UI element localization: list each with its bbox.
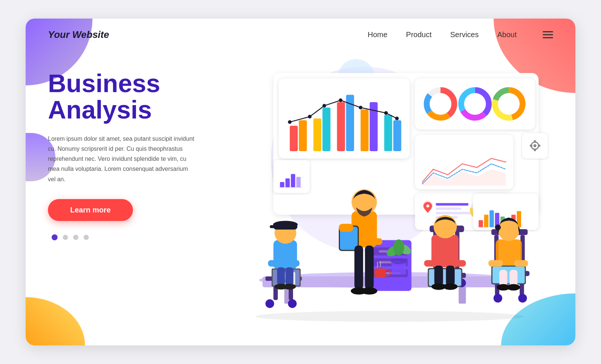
svg-point-15 [322,104,326,108]
svg-point-52 [426,205,429,208]
svg-rect-150 [514,260,528,267]
svg-rect-55 [436,212,476,214]
svg-rect-68 [490,210,494,227]
svg-rect-115 [339,224,353,232]
header: Your Website Home Product Services About [26,19,575,48]
svg-rect-44 [280,182,285,188]
dot-1[interactable] [52,234,58,240]
svg-point-121 [361,287,377,295]
svg-point-38 [533,144,536,147]
learn-more-button[interactable]: Learn more [48,199,133,221]
svg-rect-7 [337,102,345,151]
hero-title-line2: Analysis [48,95,152,124]
hero-title: Business Analysis [48,70,226,123]
svg-rect-4 [299,120,307,151]
svg-rect-6 [322,108,331,151]
svg-point-13 [288,120,292,124]
pagination-dots [48,234,226,240]
svg-point-14 [308,115,312,118]
svg-rect-99 [285,260,299,267]
hamburger-menu[interactable] [543,31,553,38]
page-wrapper: Your Website Home Product Services About… [26,19,575,345]
svg-rect-149 [488,260,503,267]
svg-rect-130 [451,260,466,267]
svg-rect-54 [436,207,461,210]
svg-rect-98 [268,260,282,267]
svg-rect-135 [446,266,455,286]
svg-rect-134 [434,266,443,286]
svg-rect-67 [484,215,488,227]
svg-rect-154 [510,270,518,286]
svg-rect-108 [277,267,285,286]
svg-rect-3 [290,126,298,151]
svg-rect-5 [314,118,322,151]
nav-about[interactable]: About [497,30,517,39]
svg-point-95 [266,299,274,308]
svg-rect-148 [493,267,525,283]
svg-rect-119 [365,246,374,289]
svg-rect-116 [370,238,382,245]
svg-rect-132 [429,269,461,286]
svg-rect-91 [374,269,386,277]
main-content: Business Analysis Lorem ipsum dolor sit … [26,48,575,341]
svg-rect-42 [538,144,540,147]
hero-title-line1: Business [48,69,160,97]
svg-point-35 [501,96,517,112]
svg-rect-46 [291,174,295,187]
svg-point-111 [283,284,296,290]
right-section [226,55,553,341]
svg-point-25 [432,96,448,112]
svg-point-152 [495,224,501,230]
svg-point-30 [467,96,483,112]
dot-4[interactable] [84,235,89,240]
svg-rect-11 [384,115,392,151]
svg-rect-109 [285,267,293,286]
svg-point-156 [507,284,520,291]
nav-services[interactable]: Services [450,30,479,39]
svg-rect-9 [361,109,369,151]
svg-rect-40 [534,149,536,151]
svg-point-18 [384,111,388,115]
hamburger-line-2 [543,34,553,35]
svg-rect-118 [354,246,363,289]
svg-rect-41 [530,144,532,147]
svg-rect-78 [459,286,466,304]
svg-point-17 [359,106,363,110]
hero-description: Lorem ipsum dolor sit amet, sea putant s… [48,134,196,184]
svg-rect-153 [499,270,507,286]
hamburger-line-1 [543,31,553,32]
svg-rect-47 [296,177,301,187]
nav-product[interactable]: Product [406,30,432,39]
svg-point-87 [391,258,407,264]
svg-rect-39 [534,140,536,143]
svg-rect-66 [479,220,483,228]
svg-point-1 [226,55,237,73]
svg-rect-12 [393,120,402,151]
svg-point-137 [443,283,458,290]
logo[interactable]: Your Website [48,29,109,40]
svg-rect-53 [436,203,468,206]
hamburger-line-3 [543,37,553,38]
dot-2[interactable] [63,235,68,240]
left-section: Business Analysis Lorem ipsum dolor sit … [48,55,226,240]
svg-point-157 [255,311,524,322]
nav-home[interactable]: Home [368,30,387,39]
dot-3[interactable] [73,235,78,240]
navigation: Home Product Services About [368,30,553,39]
svg-point-19 [395,117,399,120]
svg-point-141 [494,294,502,302]
svg-point-142 [518,294,527,302]
main-illustration [226,55,553,341]
svg-rect-45 [285,178,290,187]
svg-point-16 [339,98,342,102]
svg-point-90 [393,239,404,255]
svg-point-96 [288,299,296,308]
